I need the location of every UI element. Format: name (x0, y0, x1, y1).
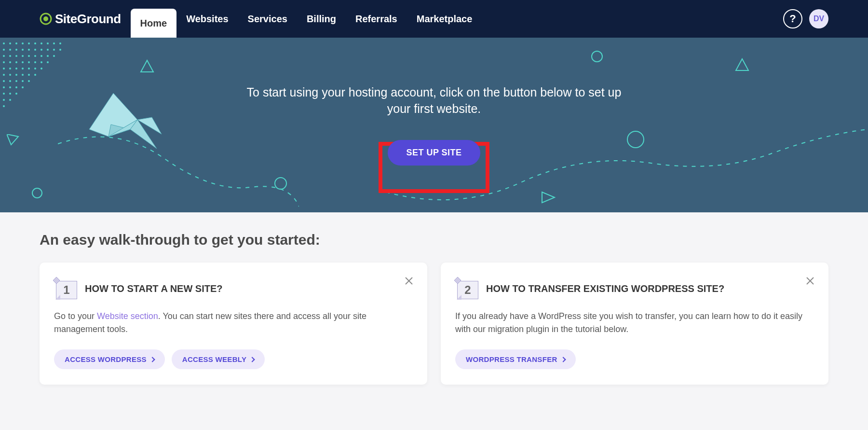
header-actions: ? DV (783, 9, 828, 28)
circle-icon (626, 130, 645, 149)
svg-point-20 (53, 49, 55, 51)
card-start-new-site: 1 HOW TO START A NEW SITE? Go to your We… (40, 263, 427, 385)
svg-point-23 (9, 55, 11, 57)
circle-icon (274, 177, 287, 190)
pin-icon (53, 277, 60, 284)
wordpress-transfer-button[interactable]: WORDPRESS TRANSFER (455, 349, 576, 369)
triangle-icon (735, 58, 749, 71)
svg-point-41 (15, 68, 17, 69)
set-up-site-button[interactable]: SET UP SITE (388, 140, 480, 166)
svg-point-31 (3, 61, 5, 63)
pin-icon (454, 277, 461, 284)
svg-point-45 (41, 68, 42, 69)
nav-billing[interactable]: Billing (297, 0, 346, 38)
svg-point-47 (9, 74, 11, 76)
svg-marker-82 (53, 277, 60, 284)
svg-point-3 (9, 42, 11, 44)
svg-point-6 (28, 42, 30, 44)
svg-point-9 (47, 42, 49, 44)
close-icon[interactable] (404, 276, 414, 286)
svg-marker-72 (141, 60, 153, 72)
svg-point-60 (22, 86, 24, 88)
svg-point-40 (9, 68, 11, 69)
svg-point-54 (15, 80, 17, 82)
svg-point-34 (22, 61, 24, 63)
svg-point-49 (22, 74, 24, 76)
svg-point-27 (34, 55, 36, 57)
crane-illustration (82, 81, 178, 166)
access-weebly-button[interactable]: ACCESS WEEBLY (172, 349, 265, 369)
card-description: If you already have a WordPress site you… (455, 310, 814, 336)
svg-point-13 (9, 49, 11, 51)
logo-icon (40, 13, 52, 25)
cards-container: 1 HOW TO START A NEW SITE? Go to your We… (40, 263, 828, 385)
svg-point-32 (9, 61, 11, 63)
triangle-icon (541, 191, 556, 204)
svg-point-42 (22, 68, 24, 69)
svg-point-46 (3, 74, 5, 76)
nav-services[interactable]: Services (238, 0, 297, 38)
svg-point-76 (592, 51, 602, 62)
svg-point-14 (15, 49, 17, 51)
circle-icon (591, 50, 603, 63)
card-title: HOW TO START A NEW SITE? (85, 283, 223, 294)
svg-point-35 (28, 61, 30, 63)
chevron-right-icon (560, 357, 566, 362)
card-number-badge: 1 (54, 278, 77, 299)
svg-point-64 (3, 99, 5, 101)
help-button[interactable]: ? (783, 9, 802, 28)
svg-point-29 (47, 55, 49, 57)
svg-point-2 (3, 42, 5, 44)
svg-point-74 (32, 188, 42, 198)
brand-logo[interactable]: SiteGround (40, 12, 121, 27)
svg-point-38 (47, 61, 49, 63)
card-actions: WORDPRESS TRANSFER (455, 349, 814, 369)
user-avatar[interactable]: DV (809, 9, 828, 28)
svg-point-10 (53, 42, 55, 44)
svg-point-36 (34, 61, 36, 63)
svg-point-15 (22, 49, 24, 51)
main-content: An easy walk-through to get you started:… (0, 212, 868, 404)
svg-marker-79 (736, 59, 748, 70)
section-heading: An easy walk-through to get you started: (40, 232, 828, 248)
svg-point-66 (3, 105, 5, 107)
hero-description: To start using your hosting account, cli… (241, 84, 627, 117)
svg-point-62 (9, 93, 11, 95)
svg-point-50 (28, 74, 30, 76)
nav-websites[interactable]: Websites (176, 0, 238, 38)
svg-point-33 (15, 61, 17, 63)
svg-point-39 (3, 68, 5, 69)
svg-point-43 (28, 68, 30, 69)
svg-point-22 (3, 55, 5, 57)
svg-point-16 (28, 49, 30, 51)
svg-point-65 (9, 99, 11, 101)
nav-marketplace[interactable]: Marketplace (407, 0, 482, 38)
svg-point-4 (15, 42, 17, 44)
svg-point-58 (9, 86, 11, 88)
svg-point-55 (22, 80, 24, 82)
svg-point-53 (9, 80, 11, 82)
triangle-icon (7, 134, 19, 146)
card-description: Go to your Website section. You can star… (54, 310, 413, 336)
svg-point-59 (15, 86, 17, 88)
nav-home[interactable]: Home (131, 9, 177, 38)
svg-point-11 (59, 42, 61, 44)
svg-point-26 (28, 55, 30, 57)
brand-name: SiteGround (55, 12, 121, 27)
hero-banner: To start using your hosting account, cli… (0, 38, 868, 212)
svg-point-19 (47, 49, 49, 51)
svg-point-21 (59, 49, 61, 51)
svg-point-75 (275, 178, 286, 189)
svg-point-17 (34, 49, 36, 51)
card-header: 1 HOW TO START A NEW SITE? (54, 278, 413, 299)
svg-point-77 (627, 131, 644, 148)
svg-point-5 (22, 42, 24, 44)
close-icon[interactable] (805, 276, 815, 286)
svg-point-8 (41, 42, 42, 44)
access-wordpress-button[interactable]: ACCESS WORDPRESS (54, 349, 165, 369)
nav-referrals[interactable]: Referrals (346, 0, 407, 38)
svg-point-7 (34, 42, 36, 44)
chevron-right-icon (149, 357, 155, 362)
svg-point-44 (34, 68, 36, 69)
website-section-link[interactable]: Website section (97, 311, 158, 321)
